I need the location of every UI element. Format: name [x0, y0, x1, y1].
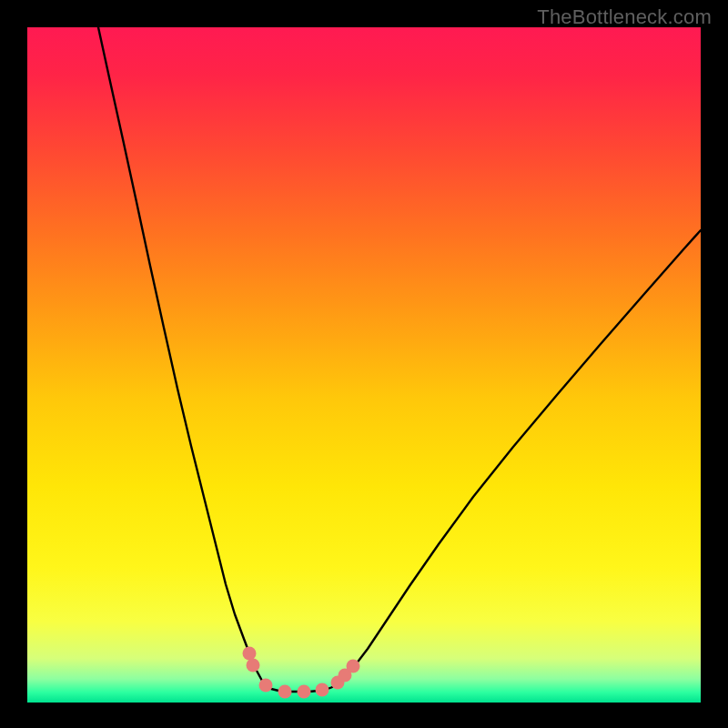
marker-dot [243, 647, 257, 661]
marker-dot [298, 685, 311, 699]
plot-area [27, 27, 701, 703]
watermark-text: TheBottleneck.com [537, 5, 712, 29]
marker-dot [278, 685, 292, 699]
marker-dot [247, 659, 260, 672]
marker-dot [347, 660, 360, 673]
marker-dot [316, 683, 329, 697]
marker-dot [259, 679, 273, 693]
gradient-background [27, 27, 701, 703]
outer-frame: TheBottleneck.com [0, 0, 728, 728]
chart-svg [27, 27, 701, 703]
